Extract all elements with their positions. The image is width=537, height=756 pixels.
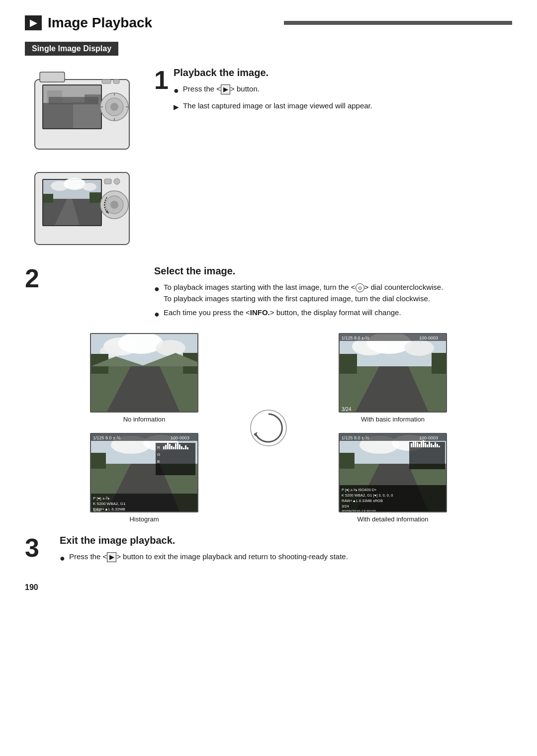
step2-bullets: ● To playback images starting with the l… (154, 282, 512, 321)
step2-bullet1-text: To playback images starting with the las… (164, 282, 443, 304)
step1-heading: Playback the image. (174, 67, 372, 79)
screen-basic-info: 1/125 8.0 ±-½ 100-0003 3/24 (339, 333, 447, 413)
svg-text:P  [●]  ±-²⁄₃: P [●] ±-²⁄₃ (93, 496, 109, 501)
svg-rect-28 (43, 194, 53, 203)
svg-rect-77 (163, 446, 165, 449)
display-no-info: No information (25, 333, 264, 423)
svg-rect-84 (177, 442, 179, 449)
svg-rect-118 (435, 442, 436, 447)
svg-text:30/09/2010  13:30:00: 30/09/2010 13:30:00 (342, 509, 376, 512)
svg-rect-17 (102, 80, 111, 84)
svg-rect-119 (437, 444, 438, 447)
svg-text:K 5200  WBA2, G1  [●] 3, 0, 0,: K 5200 WBA2, G1 [●] 3, 0, 0, 0 (342, 493, 393, 498)
svg-text:1/125  8.0  ±-½: 1/125 8.0 ±-½ (93, 435, 121, 440)
svg-rect-81 (171, 446, 173, 449)
step2-row: 2 Select the image. ● To playback images… (25, 265, 512, 324)
svg-rect-78 (165, 445, 167, 449)
step3-row: 3 Exit the image playback. ● Press the <… (25, 535, 512, 568)
svg-point-35 (114, 178, 120, 184)
page-title: Image Playback (48, 15, 276, 31)
svg-text:R: R (157, 445, 160, 450)
step2-number: 2 (25, 264, 39, 293)
step1-row: 1 Playback the image. ● Press the <▶> bu… (25, 65, 512, 253)
title-icon: ▶ (25, 15, 42, 30)
svg-point-24 (64, 178, 86, 190)
svg-text:100-0003: 100-0003 (419, 435, 438, 440)
step2-content: Select the image. ● To playback images s… (154, 265, 512, 324)
caption-no-info: No information (123, 416, 166, 423)
svg-point-12 (110, 103, 118, 111)
svg-point-42 (156, 340, 185, 356)
step3-number: 3 (25, 533, 39, 562)
svg-rect-86 (181, 446, 182, 449)
step1-number: 1 (154, 67, 169, 93)
page-title-bar: ▶ Image Playback (25, 15, 512, 31)
display-format-section: No information (25, 333, 512, 523)
bullet-dot-3: ● (154, 308, 160, 321)
svg-rect-101 (340, 453, 355, 469)
svg-text:RAW+▲L  6.32MB      sRGB: RAW+▲L 6.32MB sRGB (342, 499, 383, 503)
step2-bullet1: ● To playback images starting with the l… (154, 282, 512, 304)
svg-rect-58 (432, 353, 447, 374)
svg-rect-79 (167, 443, 169, 449)
bullet-arrow-1: ▶ (174, 102, 179, 112)
svg-rect-87 (183, 448, 184, 449)
svg-rect-112 (423, 440, 424, 447)
svg-rect-88 (185, 445, 186, 449)
step1-images (25, 65, 149, 253)
svg-rect-18 (113, 80, 119, 84)
svg-rect-57 (340, 354, 357, 374)
svg-rect-83 (175, 443, 177, 449)
screen-histogram: 1/125 8.0 ±-½ 100-0003 R G B (90, 433, 198, 512)
step1-bullet2-text: The last captured image or last image vi… (183, 100, 372, 112)
svg-point-32 (110, 201, 118, 209)
display-detailed: 1/125 8.0 ±-½ 100-0003 (273, 433, 512, 523)
page-number: 190 (25, 583, 512, 592)
step1-bullet2: ▶ The last captured image or last image … (174, 100, 372, 112)
svg-text:3/24: 3/24 (93, 509, 101, 512)
screen-detailed: 1/125 8.0 ±-½ 100-0003 (339, 433, 447, 512)
step2-bullet2-text: Each time you press the <INFO.> button, … (164, 307, 401, 319)
svg-text:100-0003: 100-0003 (171, 435, 189, 440)
step3-content: Exit the image playback. ● Press the <▶>… (60, 535, 512, 568)
svg-rect-69 (91, 453, 106, 469)
svg-rect-29 (90, 192, 101, 203)
svg-rect-9 (49, 97, 98, 104)
svg-text:P  [●]  ±-²⁄₃       ISO400  D+: P [●] ±-²⁄₃ ISO400 D+ (342, 488, 377, 492)
svg-rect-111 (421, 441, 422, 447)
step2-heading: Select the image. (154, 265, 512, 277)
section-header: Single Image Display (25, 42, 118, 56)
caption-histogram: Histogram (129, 515, 159, 523)
step3-bullets: ● Press the <▶> button to exit the image… (60, 551, 512, 565)
svg-point-54 (404, 340, 434, 356)
svg-rect-34 (104, 179, 111, 184)
svg-rect-89 (187, 447, 188, 449)
step1-content: 1 Playback the image. ● Press the <▶> bu… (154, 65, 512, 253)
svg-rect-117 (433, 445, 434, 447)
svg-rect-85 (179, 444, 180, 449)
svg-text:G: G (157, 452, 160, 457)
svg-text:1/125  8.0  ±-½: 1/125 8.0 ±-½ (342, 336, 369, 340)
svg-rect-110 (419, 444, 420, 447)
svg-text:B: B (157, 459, 160, 464)
step1-bullet1-text: Press the <▶> button. (183, 84, 260, 95)
step3-bullet1: ● Press the <▶> button to exit the image… (60, 551, 512, 565)
step3-bullet1-text: Press the <▶> button to exit the image p… (69, 551, 348, 563)
display-basic-info: 1/125 8.0 ±-½ 100-0003 3/24 With basic i… (273, 333, 512, 423)
svg-point-25 (83, 183, 96, 191)
svg-rect-106 (411, 443, 412, 447)
svg-rect-120 (439, 446, 440, 447)
camera-illustration-2 (25, 160, 139, 252)
step3-heading: Exit the image playback. (60, 535, 512, 546)
step2-bullet2: ● Each time you press the <INFO.> button… (154, 307, 512, 321)
caption-basic: With basic information (361, 416, 425, 423)
step1-bullets: ● Press the <▶> button. ▶ The last captu… (174, 84, 372, 112)
svg-text:K 5200  WBA2, G1: K 5200 WBA2, G1 (93, 502, 126, 506)
svg-rect-82 (173, 447, 175, 449)
svg-rect-114 (427, 444, 428, 447)
svg-rect-113 (425, 443, 426, 447)
svg-rect-115 (429, 442, 430, 447)
step2-number-col: 2 (25, 265, 149, 324)
svg-text:3/24: 3/24 (342, 407, 352, 412)
caption-detailed: With detailed information (357, 515, 428, 523)
